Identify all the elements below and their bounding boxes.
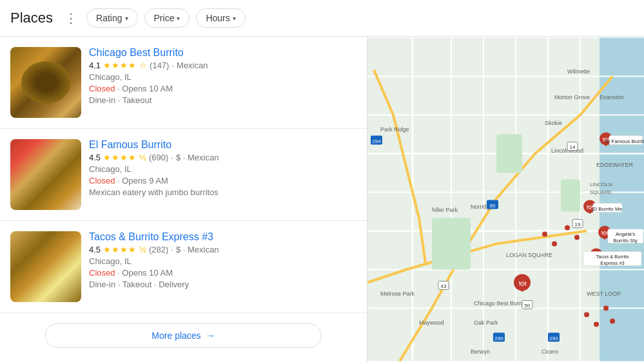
- svg-text:El Famous Burrito: El Famous Burrito: [605, 138, 644, 144]
- svg-rect-15: [432, 218, 471, 270]
- svg-point-80: [565, 225, 570, 231]
- place-location: Chicago, IL: [89, 256, 356, 266]
- svg-point-79: [552, 242, 557, 247]
- svg-point-82: [584, 312, 589, 318]
- separator: ·: [171, 245, 173, 254]
- place-thumbnail: [10, 139, 81, 210]
- price-chevron-icon: ▾: [177, 15, 180, 22]
- place-name: El Famous Burrito: [89, 139, 356, 151]
- opens-time: · Opens 10 AM: [115, 268, 173, 278]
- rating-number: 4.5: [89, 153, 101, 162]
- star-rating: ★★★★: [103, 153, 137, 162]
- svg-text:Evanston: Evanston: [600, 94, 624, 100]
- svg-text:WEST LOOP: WEST LOOP: [587, 291, 621, 297]
- place-rating-row: 4.5 ★★★★½ (282) · $ · Mexican: [89, 245, 356, 254]
- place-location: Chicago, IL: [89, 164, 356, 174]
- map-svg: Park Ridge Morton Grove Wilmette Evansto…: [367, 37, 644, 362]
- star-rating: ★★★★: [103, 61, 137, 70]
- place-description: Mexican eatery with jumbo burritos: [89, 187, 356, 197]
- svg-text:Angela's: Angela's: [616, 231, 635, 237]
- svg-text:El Burrito Me: El Burrito Me: [592, 206, 623, 212]
- svg-text:Morton Grove: Morton Grove: [554, 94, 590, 100]
- price-filter-button[interactable]: Price ▾: [144, 8, 190, 28]
- place-services: Dine-in · Takeout: [89, 95, 356, 105]
- review-count: (690): [149, 153, 168, 162]
- separator: ·: [171, 61, 174, 70]
- place-services: Dine-in · Takeout · Delivery: [89, 280, 356, 289]
- svg-text:Park Ridge: Park Ridge: [380, 126, 409, 133]
- svg-text:290: 290: [549, 336, 558, 341]
- star-rating: ★★★★: [103, 245, 137, 254]
- more-places-button[interactable]: More places →: [45, 323, 322, 348]
- hours-filter-button[interactable]: Hours ▾: [196, 8, 245, 28]
- place-info: El Famous Burrito 4.5 ★★★★½ (690) · $ · …: [89, 139, 356, 210]
- place-type: Mexican: [177, 61, 208, 70]
- svg-text:294: 294: [372, 138, 381, 144]
- rating-chevron-icon: ▾: [125, 15, 128, 22]
- svg-text:🍽: 🍽: [519, 280, 526, 287]
- star-empty: ☆: [139, 61, 147, 70]
- arrow-right-icon: →: [206, 330, 215, 341]
- opens-time: · Opens 9 AM: [115, 176, 168, 186]
- more-options-icon[interactable]: ⋮: [62, 8, 80, 28]
- rating-number: 4.1: [89, 61, 101, 70]
- svg-text:Chicago Best Burrito: Chicago Best Burrito: [474, 300, 527, 307]
- svg-text:LINCOLN: LINCOLN: [590, 182, 612, 187]
- price-filter-label: Price: [154, 13, 175, 23]
- place-thumbnail: [10, 47, 81, 118]
- svg-text:Cicero: Cicero: [542, 348, 558, 355]
- svg-text:Burrito Sty: Burrito Sty: [613, 238, 637, 243]
- place-hours: Closed · Opens 9 AM: [89, 176, 356, 186]
- svg-text:90: 90: [490, 203, 496, 209]
- svg-text:290: 290: [494, 336, 503, 341]
- map-panel[interactable]: Park Ridge Morton Grove Wilmette Evansto…: [367, 37, 644, 362]
- more-places-label: More places: [151, 330, 200, 341]
- svg-text:19: 19: [575, 222, 581, 227]
- rating-number: 4.5: [89, 245, 101, 254]
- svg-text:Tacos & Burrito: Tacos & Burrito: [596, 254, 629, 260]
- svg-text:Wilmette: Wilmette: [567, 68, 590, 75]
- svg-text:SQUARE: SQUARE: [590, 189, 612, 195]
- svg-text:14: 14: [570, 144, 576, 150]
- rating-filter-label: Rating: [96, 13, 122, 23]
- place-item-tacos-burrito-express[interactable]: Tacos & Burrito Express #3 4.5 ★★★★½ (28…: [0, 221, 367, 313]
- closed-status: Closed: [89, 176, 115, 186]
- svg-rect-16: [496, 135, 522, 173]
- svg-point-85: [610, 319, 615, 324]
- svg-rect-1: [600, 38, 644, 361]
- review-count: (282): [149, 245, 168, 254]
- svg-text:🍽: 🍽: [601, 229, 608, 236]
- closed-status: Closed: [89, 84, 115, 93]
- place-info: Chicago Best Burrito 4.1 ★★★★☆ (147) · M…: [89, 47, 356, 118]
- opens-time: · Opens 10 AM: [115, 84, 173, 93]
- place-rating-row: 4.1 ★★★★☆ (147) · Mexican: [89, 61, 356, 70]
- svg-point-83: [594, 322, 599, 327]
- place-thumbnail: [10, 231, 81, 302]
- page-title: Places: [10, 10, 53, 26]
- separator: ·: [171, 153, 173, 162]
- main-content: Chicago Best Burrito 4.1 ★★★★☆ (147) · M…: [0, 37, 644, 362]
- svg-text:Berwyn: Berwyn: [471, 348, 490, 355]
- results-panel: Chicago Best Burrito 4.1 ★★★★☆ (147) · M…: [0, 37, 367, 362]
- rating-filter-button[interactable]: Rating ▾: [86, 8, 137, 28]
- svg-text:50: 50: [525, 303, 531, 309]
- svg-text:Skokie: Skokie: [545, 120, 562, 126]
- place-name: Chicago Best Burrito: [89, 47, 356, 59]
- top-bar: Places ⋮ Rating ▾ Price ▾ Hours ▾: [0, 0, 644, 37]
- more-places-bar: More places →: [0, 313, 367, 358]
- svg-point-78: [542, 232, 547, 237]
- hours-chevron-icon: ▾: [233, 15, 236, 22]
- place-rating-row: 4.5 ★★★★½ (690) · $ · Mexican: [89, 153, 356, 162]
- place-item-chicago-best-burrito[interactable]: Chicago Best Burrito 4.1 ★★★★☆ (147) · M…: [0, 37, 367, 129]
- svg-text:Melrose Park: Melrose Park: [380, 291, 415, 297]
- svg-text:Oak Park: Oak Park: [474, 319, 498, 326]
- closed-status: Closed: [89, 268, 115, 278]
- svg-text:Maywood: Maywood: [419, 319, 444, 326]
- svg-text:43: 43: [441, 283, 447, 289]
- svg-text:Express #3: Express #3: [600, 260, 625, 266]
- svg-text:LOGAN SQUARE: LOGAN SQUARE: [506, 252, 552, 258]
- place-item-el-famous-burrito[interactable]: El Famous Burrito 4.5 ★★★★½ (690) · $ · …: [0, 129, 367, 221]
- svg-text:EDGEWATER: EDGEWATER: [596, 162, 634, 168]
- hours-filter-label: Hours: [206, 13, 229, 23]
- svg-point-84: [603, 306, 609, 311]
